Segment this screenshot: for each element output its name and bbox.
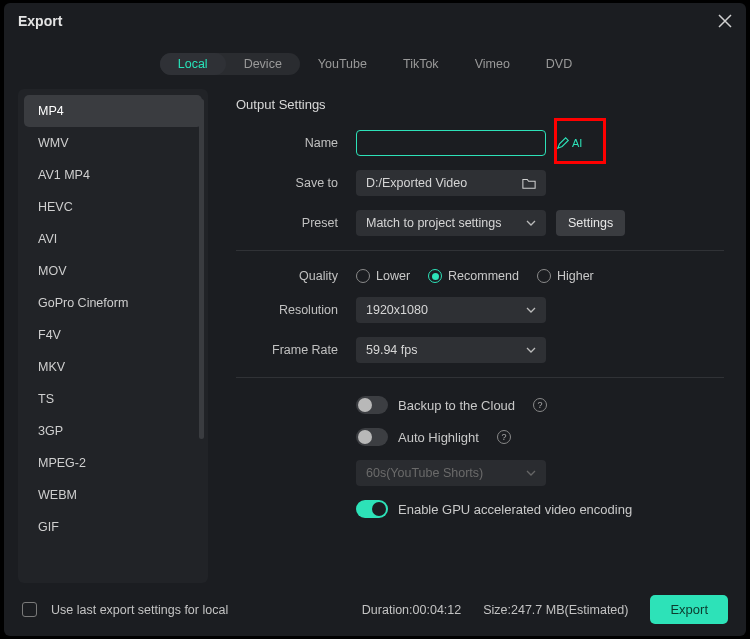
export-button[interactable]: Export (650, 595, 728, 624)
chevron-down-icon (526, 345, 536, 355)
dialog-title: Export (18, 13, 62, 29)
tab-local[interactable]: Local (160, 53, 226, 75)
use-last-settings-label: Use last export settings for local (51, 603, 228, 617)
format-item-mkv[interactable]: MKV (24, 351, 202, 383)
gpu-label: Enable GPU accelerated video encoding (398, 502, 632, 517)
use-last-settings-checkbox[interactable] (22, 602, 37, 617)
gpu-toggle[interactable] (356, 500, 388, 518)
format-item-avi[interactable]: AVI (24, 223, 202, 255)
quality-higher[interactable]: Higher (537, 269, 594, 283)
format-item-ts[interactable]: TS (24, 383, 202, 415)
format-item-webm[interactable]: WEBM (24, 479, 202, 511)
destination-tabs: Local Device YouTube TikTok Vimeo DVD (4, 35, 746, 89)
annotation-highlight (554, 118, 606, 164)
name-input[interactable] (356, 130, 546, 156)
quality-lower[interactable]: Lower (356, 269, 410, 283)
format-item-f4v[interactable]: F4V (24, 319, 202, 351)
save-to-field[interactable]: D:/Exported Video (356, 170, 546, 196)
tab-youtube[interactable]: YouTube (300, 53, 385, 75)
format-item-mov[interactable]: MOV (24, 255, 202, 287)
format-sidebar: MP4 WMV AV1 MP4 HEVC AVI MOV GoPro Cinef… (18, 89, 208, 583)
backup-cloud-toggle[interactable] (356, 396, 388, 414)
quality-recommend[interactable]: Recommend (428, 269, 519, 283)
label-save-to: Save to (236, 176, 356, 190)
frame-rate-select[interactable]: 59.94 fps (356, 337, 546, 363)
auto-highlight-preset-select: 60s(YouTube Shorts) (356, 460, 546, 486)
close-icon[interactable] (718, 14, 732, 28)
chevron-down-icon (526, 218, 536, 228)
export-dialog: Export Local Device YouTube TikTok Vimeo… (4, 3, 746, 636)
settings-button[interactable]: Settings (556, 210, 625, 236)
label-frame-rate: Frame Rate (236, 343, 356, 357)
divider (236, 250, 724, 251)
duration-text: Duration:00:04:12 (362, 603, 461, 617)
tab-tiktok[interactable]: TikTok (385, 53, 457, 75)
preset-select[interactable]: Match to project settings (356, 210, 546, 236)
tab-vimeo[interactable]: Vimeo (457, 53, 528, 75)
folder-icon (522, 176, 536, 190)
chevron-down-icon (526, 305, 536, 315)
format-item-wmv[interactable]: WMV (24, 127, 202, 159)
label-resolution: Resolution (236, 303, 356, 317)
tab-dvd[interactable]: DVD (528, 53, 590, 75)
format-item-gif[interactable]: GIF (24, 511, 202, 543)
help-icon[interactable]: ? (497, 430, 511, 444)
backup-cloud-label: Backup to the Cloud (398, 398, 515, 413)
label-name: Name (236, 136, 356, 150)
label-quality: Quality (236, 269, 356, 283)
resolution-select[interactable]: 1920x1080 (356, 297, 546, 323)
format-item-mpeg2[interactable]: MPEG-2 (24, 447, 202, 479)
format-item-gopro[interactable]: GoPro Cineform (24, 287, 202, 319)
format-item-av1mp4[interactable]: AV1 MP4 (24, 159, 202, 191)
titlebar: Export (4, 3, 746, 35)
auto-highlight-label: Auto Highlight (398, 430, 479, 445)
help-icon[interactable]: ? (533, 398, 547, 412)
auto-highlight-toggle[interactable] (356, 428, 388, 446)
divider (236, 377, 724, 378)
sidebar-scrollbar[interactable] (199, 99, 204, 439)
tab-device[interactable]: Device (226, 53, 300, 75)
format-item-mp4[interactable]: MP4 (24, 95, 202, 127)
label-preset: Preset (236, 216, 356, 230)
section-title: Output Settings (236, 97, 724, 112)
footer: Use last export settings for local Durat… (4, 583, 746, 636)
chevron-down-icon (526, 468, 536, 478)
settings-panel: Output Settings Name AI Save to D:/Expor… (208, 89, 732, 583)
format-item-hevc[interactable]: HEVC (24, 191, 202, 223)
size-text: Size:247.7 MB(Estimated) (483, 603, 628, 617)
format-item-3gp[interactable]: 3GP (24, 415, 202, 447)
